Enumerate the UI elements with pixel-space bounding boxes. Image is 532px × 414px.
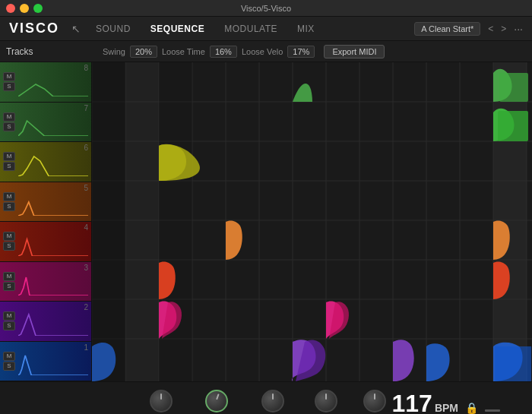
bpm-bar-1 (485, 409, 500, 412)
track-3-mute[interactable]: M (3, 272, 15, 281)
track-5-mute[interactable]: M (3, 192, 15, 201)
track-8-buttons: M S (3, 72, 15, 91)
track-row: M S 1 (0, 342, 91, 382)
track-4-solo[interactable]: S (3, 242, 15, 251)
nav-right: A Clean Start* < > ··· (414, 22, 523, 36)
svg-rect-22 (92, 62, 125, 381)
track-1-buttons: M S (3, 352, 15, 371)
track-1-waveform (18, 346, 88, 375)
track-1-mute[interactable]: M (3, 352, 15, 361)
arrow-left[interactable]: < (485, 23, 496, 35)
track-8-mute[interactable]: M (3, 72, 15, 81)
knob-contrast: Contrast (313, 390, 339, 415)
bpm-bars (485, 409, 502, 415)
track-row: M S 8 (0, 62, 91, 103)
nav-mix[interactable]: MIX (294, 22, 318, 36)
track-2-waveform (18, 307, 88, 336)
track-7-number: 7 (84, 104, 88, 112)
nav-bar: VISCO ↖ SOUND SEQUENCE MODULATE MIX A Cl… (0, 17, 532, 41)
bpm-display: 117 BPM 🔒 (391, 391, 502, 415)
loose-time-label: Loose Time (157, 47, 210, 56)
sequence-grid[interactable] (92, 62, 532, 381)
arrow-right[interactable]: > (498, 23, 509, 35)
track-5-solo[interactable]: S (3, 202, 15, 211)
track-row: M S 6 (0, 142, 91, 182)
toolbar-tracks-label: Tracks (6, 46, 98, 57)
nav-arrows: < > (485, 23, 509, 35)
preset-selector[interactable]: A Clean Start* (414, 22, 480, 36)
maximize-button[interactable] (33, 4, 43, 13)
nav-items: SOUND SEQUENCE MODULATE MIX (93, 22, 414, 36)
track-4-number: 4 (84, 223, 88, 232)
track-6-waveform (18, 147, 88, 176)
nav-modulate[interactable]: MODULATE (221, 22, 280, 36)
track-6-solo[interactable]: S (3, 162, 15, 171)
track-3-solo[interactable]: S (3, 282, 15, 291)
track-7-solo[interactable]: S (3, 122, 15, 131)
main-area: M S 8 M S 7 (0, 62, 532, 381)
app-logo: VISCO (9, 21, 59, 36)
window-controls (6, 4, 43, 13)
track-8-number: 8 (84, 64, 88, 72)
knob-timescale: Timescale (201, 390, 233, 415)
swing-label: Swing (98, 47, 130, 56)
frequency-knob[interactable] (261, 390, 284, 412)
track-row: M S 7 (0, 103, 91, 143)
transform-knob[interactable] (150, 390, 173, 412)
track-4-buttons: M S (3, 232, 15, 251)
track-8-waveform (18, 68, 88, 96)
track-5-waveform (18, 187, 88, 216)
knob-frequency: Frequency (256, 390, 289, 415)
cursor-icon: ↖ (71, 23, 81, 35)
toolbar: Tracks Swing 20% Loose Time 16% Loose Ve… (0, 41, 532, 62)
knob-transform: Transform (146, 390, 177, 415)
track-3-buttons: M S (3, 272, 15, 291)
track-3-waveform (18, 267, 88, 295)
title-bar: Visco/5-Visco (0, 0, 532, 17)
track-7-buttons: M S (3, 112, 15, 131)
export-midi-button[interactable]: Export MIDI (324, 45, 385, 58)
timescale-knob[interactable] (205, 390, 228, 412)
lock-icon[interactable]: 🔒 (465, 402, 478, 414)
nav-sound[interactable]: SOUND (93, 22, 134, 36)
track-1-number: 1 (84, 343, 88, 352)
track-5-buttons: M S (3, 192, 15, 211)
track-7-mute[interactable]: M (3, 112, 15, 122)
track-1-solo[interactable]: S (3, 362, 15, 371)
window-title: Visco/5-Visco (241, 4, 291, 13)
track-4-mute[interactable]: M (3, 232, 15, 241)
track-6-mute[interactable]: M (3, 152, 15, 161)
svg-rect-26 (499, 73, 528, 102)
track-row: M S 5 (0, 182, 91, 223)
track-6-number: 6 (84, 144, 88, 152)
bpm-value[interactable]: 117 (391, 391, 432, 415)
bpm-label: BPM (435, 402, 458, 414)
track-6-buttons: M S (3, 152, 15, 171)
loose-velo-value[interactable]: 17% (287, 46, 315, 58)
svg-rect-27 (498, 111, 528, 141)
svg-rect-29 (125, 62, 159, 381)
track-2-mute[interactable]: M (3, 311, 15, 321)
track-2-buttons: M S (3, 311, 15, 330)
track-8-solo[interactable]: S (3, 82, 15, 91)
track-row: M S 2 (0, 302, 91, 342)
knob-density: Density (363, 390, 386, 415)
close-button[interactable] (6, 4, 15, 13)
toolbar-controls: Swing 20% Loose Time 16% Loose Velo 17% … (98, 45, 526, 58)
more-options[interactable]: ··· (514, 23, 523, 35)
track-2-solo[interactable]: S (3, 321, 15, 330)
track-3-number: 3 (84, 264, 88, 272)
swing-value[interactable]: 20% (130, 46, 157, 58)
bottom-bar: Transform Timescale Frequency Contrast D… (0, 381, 532, 414)
track-2-number: 2 (84, 303, 88, 311)
nav-sequence[interactable]: SEQUENCE (147, 22, 207, 36)
density-knob[interactable] (363, 390, 386, 412)
track-row: M S 4 (0, 222, 91, 262)
loose-time-value[interactable]: 16% (210, 46, 237, 58)
track-5-number: 5 (84, 184, 88, 192)
minimize-button[interactable] (20, 4, 29, 13)
contrast-knob[interactable] (315, 390, 337, 412)
grid-area[interactable] (92, 62, 532, 381)
track-4-waveform (18, 227, 88, 256)
track-7-waveform (18, 107, 88, 136)
